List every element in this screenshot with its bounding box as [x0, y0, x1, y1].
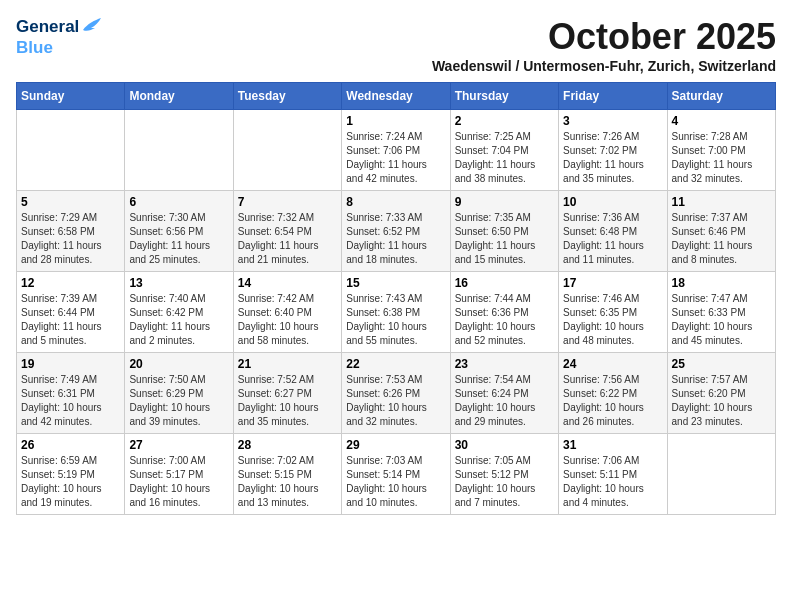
- calendar-cell: 21Sunrise: 7:52 AM Sunset: 6:27 PM Dayli…: [233, 353, 341, 434]
- day-detail: Sunrise: 7:24 AM Sunset: 7:06 PM Dayligh…: [346, 130, 445, 186]
- day-detail: Sunrise: 7:30 AM Sunset: 6:56 PM Dayligh…: [129, 211, 228, 267]
- day-detail: Sunrise: 7:37 AM Sunset: 6:46 PM Dayligh…: [672, 211, 771, 267]
- calendar-cell: 4Sunrise: 7:28 AM Sunset: 7:00 PM Daylig…: [667, 110, 775, 191]
- logo-general: General: [16, 17, 79, 37]
- calendar-cell: 3Sunrise: 7:26 AM Sunset: 7:02 PM Daylig…: [559, 110, 667, 191]
- weekday-header-wednesday: Wednesday: [342, 83, 450, 110]
- day-detail: Sunrise: 7:47 AM Sunset: 6:33 PM Dayligh…: [672, 292, 771, 348]
- calendar-week-row: 26Sunrise: 6:59 AM Sunset: 5:19 PM Dayli…: [17, 434, 776, 515]
- calendar-cell: 26Sunrise: 6:59 AM Sunset: 5:19 PM Dayli…: [17, 434, 125, 515]
- day-number: 28: [238, 438, 337, 452]
- month-title: October 2025: [432, 16, 776, 58]
- calendar-cell: 30Sunrise: 7:05 AM Sunset: 5:12 PM Dayli…: [450, 434, 558, 515]
- calendar-cell: 10Sunrise: 7:36 AM Sunset: 6:48 PM Dayli…: [559, 191, 667, 272]
- calendar-cell: 24Sunrise: 7:56 AM Sunset: 6:22 PM Dayli…: [559, 353, 667, 434]
- calendar-week-row: 12Sunrise: 7:39 AM Sunset: 6:44 PM Dayli…: [17, 272, 776, 353]
- calendar-cell: 13Sunrise: 7:40 AM Sunset: 6:42 PM Dayli…: [125, 272, 233, 353]
- calendar-cell: 27Sunrise: 7:00 AM Sunset: 5:17 PM Dayli…: [125, 434, 233, 515]
- day-detail: Sunrise: 7:40 AM Sunset: 6:42 PM Dayligh…: [129, 292, 228, 348]
- calendar-cell: [17, 110, 125, 191]
- calendar-cell: 28Sunrise: 7:02 AM Sunset: 5:15 PM Dayli…: [233, 434, 341, 515]
- logo: General Blue: [16, 16, 103, 58]
- day-number: 1: [346, 114, 445, 128]
- day-number: 19: [21, 357, 120, 371]
- day-detail: Sunrise: 7:03 AM Sunset: 5:14 PM Dayligh…: [346, 454, 445, 510]
- weekday-header-sunday: Sunday: [17, 83, 125, 110]
- day-number: 24: [563, 357, 662, 371]
- day-number: 4: [672, 114, 771, 128]
- day-number: 25: [672, 357, 771, 371]
- day-number: 20: [129, 357, 228, 371]
- day-detail: Sunrise: 7:02 AM Sunset: 5:15 PM Dayligh…: [238, 454, 337, 510]
- day-detail: Sunrise: 7:39 AM Sunset: 6:44 PM Dayligh…: [21, 292, 120, 348]
- day-number: 13: [129, 276, 228, 290]
- day-detail: Sunrise: 7:42 AM Sunset: 6:40 PM Dayligh…: [238, 292, 337, 348]
- calendar-cell: 20Sunrise: 7:50 AM Sunset: 6:29 PM Dayli…: [125, 353, 233, 434]
- day-detail: Sunrise: 7:54 AM Sunset: 6:24 PM Dayligh…: [455, 373, 554, 429]
- calendar-cell: 15Sunrise: 7:43 AM Sunset: 6:38 PM Dayli…: [342, 272, 450, 353]
- day-detail: Sunrise: 7:46 AM Sunset: 6:35 PM Dayligh…: [563, 292, 662, 348]
- day-number: 15: [346, 276, 445, 290]
- day-number: 30: [455, 438, 554, 452]
- day-detail: Sunrise: 7:44 AM Sunset: 6:36 PM Dayligh…: [455, 292, 554, 348]
- day-number: 11: [672, 195, 771, 209]
- weekday-header-friday: Friday: [559, 83, 667, 110]
- day-detail: Sunrise: 7:32 AM Sunset: 6:54 PM Dayligh…: [238, 211, 337, 267]
- day-number: 26: [21, 438, 120, 452]
- day-number: 31: [563, 438, 662, 452]
- weekday-header-thursday: Thursday: [450, 83, 558, 110]
- calendar-cell: 9Sunrise: 7:35 AM Sunset: 6:50 PM Daylig…: [450, 191, 558, 272]
- calendar-cell: 1Sunrise: 7:24 AM Sunset: 7:06 PM Daylig…: [342, 110, 450, 191]
- day-number: 23: [455, 357, 554, 371]
- day-number: 27: [129, 438, 228, 452]
- calendar-week-row: 1Sunrise: 7:24 AM Sunset: 7:06 PM Daylig…: [17, 110, 776, 191]
- day-detail: Sunrise: 6:59 AM Sunset: 5:19 PM Dayligh…: [21, 454, 120, 510]
- title-block: October 2025 Waedenswil / Untermosen-Fuh…: [432, 16, 776, 74]
- day-detail: Sunrise: 7:33 AM Sunset: 6:52 PM Dayligh…: [346, 211, 445, 267]
- weekday-header-tuesday: Tuesday: [233, 83, 341, 110]
- day-detail: Sunrise: 7:56 AM Sunset: 6:22 PM Dayligh…: [563, 373, 662, 429]
- day-number: 10: [563, 195, 662, 209]
- day-number: 5: [21, 195, 120, 209]
- calendar-cell: [667, 434, 775, 515]
- day-detail: Sunrise: 7:28 AM Sunset: 7:00 PM Dayligh…: [672, 130, 771, 186]
- calendar-cell: 6Sunrise: 7:30 AM Sunset: 6:56 PM Daylig…: [125, 191, 233, 272]
- calendar-cell: 8Sunrise: 7:33 AM Sunset: 6:52 PM Daylig…: [342, 191, 450, 272]
- day-detail: Sunrise: 7:35 AM Sunset: 6:50 PM Dayligh…: [455, 211, 554, 267]
- location-subtitle: Waedenswil / Untermosen-Fuhr, Zurich, Sw…: [432, 58, 776, 74]
- weekday-header-saturday: Saturday: [667, 83, 775, 110]
- weekday-header-monday: Monday: [125, 83, 233, 110]
- day-number: 16: [455, 276, 554, 290]
- calendar-body: 1Sunrise: 7:24 AM Sunset: 7:06 PM Daylig…: [17, 110, 776, 515]
- calendar-cell: 22Sunrise: 7:53 AM Sunset: 6:26 PM Dayli…: [342, 353, 450, 434]
- day-detail: Sunrise: 7:57 AM Sunset: 6:20 PM Dayligh…: [672, 373, 771, 429]
- day-number: 9: [455, 195, 554, 209]
- calendar-cell: 17Sunrise: 7:46 AM Sunset: 6:35 PM Dayli…: [559, 272, 667, 353]
- calendar-cell: 5Sunrise: 7:29 AM Sunset: 6:58 PM Daylig…: [17, 191, 125, 272]
- day-detail: Sunrise: 7:29 AM Sunset: 6:58 PM Dayligh…: [21, 211, 120, 267]
- calendar-cell: 12Sunrise: 7:39 AM Sunset: 6:44 PM Dayli…: [17, 272, 125, 353]
- day-detail: Sunrise: 7:25 AM Sunset: 7:04 PM Dayligh…: [455, 130, 554, 186]
- day-detail: Sunrise: 7:00 AM Sunset: 5:17 PM Dayligh…: [129, 454, 228, 510]
- day-number: 12: [21, 276, 120, 290]
- day-detail: Sunrise: 7:05 AM Sunset: 5:12 PM Dayligh…: [455, 454, 554, 510]
- day-number: 14: [238, 276, 337, 290]
- calendar-cell: 19Sunrise: 7:49 AM Sunset: 6:31 PM Dayli…: [17, 353, 125, 434]
- day-detail: Sunrise: 7:50 AM Sunset: 6:29 PM Dayligh…: [129, 373, 228, 429]
- day-number: 6: [129, 195, 228, 209]
- calendar-cell: 16Sunrise: 7:44 AM Sunset: 6:36 PM Dayli…: [450, 272, 558, 353]
- calendar-cell: 18Sunrise: 7:47 AM Sunset: 6:33 PM Dayli…: [667, 272, 775, 353]
- calendar-cell: 14Sunrise: 7:42 AM Sunset: 6:40 PM Dayli…: [233, 272, 341, 353]
- logo-bird-icon: [81, 16, 103, 38]
- calendar-cell: 31Sunrise: 7:06 AM Sunset: 5:11 PM Dayli…: [559, 434, 667, 515]
- logo-blue: Blue: [16, 38, 53, 57]
- day-detail: Sunrise: 7:43 AM Sunset: 6:38 PM Dayligh…: [346, 292, 445, 348]
- day-number: 29: [346, 438, 445, 452]
- day-number: 8: [346, 195, 445, 209]
- calendar-cell: 25Sunrise: 7:57 AM Sunset: 6:20 PM Dayli…: [667, 353, 775, 434]
- day-detail: Sunrise: 7:49 AM Sunset: 6:31 PM Dayligh…: [21, 373, 120, 429]
- calendar-cell: 2Sunrise: 7:25 AM Sunset: 7:04 PM Daylig…: [450, 110, 558, 191]
- calendar-cell: [125, 110, 233, 191]
- day-number: 2: [455, 114, 554, 128]
- calendar-cell: 23Sunrise: 7:54 AM Sunset: 6:24 PM Dayli…: [450, 353, 558, 434]
